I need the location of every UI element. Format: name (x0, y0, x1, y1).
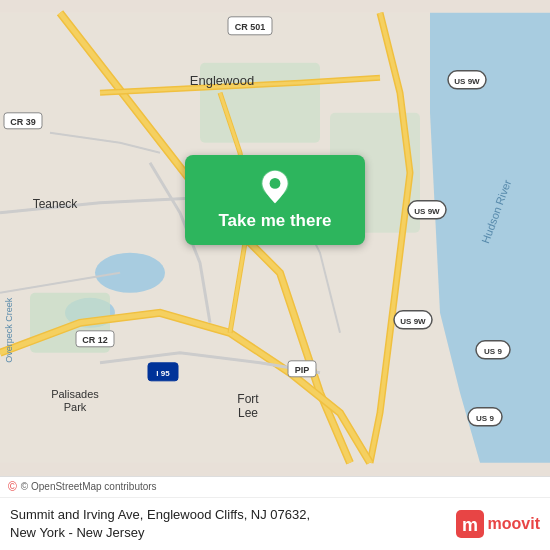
svg-point-38 (270, 178, 281, 189)
moovit-name: moovit (488, 515, 540, 533)
svg-text:Teaneck: Teaneck (33, 197, 79, 211)
moovit-logo: m moovit (456, 510, 540, 538)
take-me-there-button[interactable]: Take me there (185, 155, 365, 245)
address-line2: New York - New Jersey (10, 525, 144, 540)
osm-circle-icon: © (8, 480, 17, 494)
svg-text:Park: Park (64, 401, 87, 413)
svg-text:US 9W: US 9W (414, 207, 440, 216)
svg-text:Fort: Fort (237, 392, 259, 406)
svg-text:PIP: PIP (295, 365, 310, 375)
take-me-there-label: Take me there (218, 211, 331, 231)
svg-text:CR 39: CR 39 (10, 117, 36, 127)
svg-text:Overpeck Creek: Overpeck Creek (4, 297, 14, 363)
attribution-text: © OpenStreetMap contributors (21, 481, 157, 492)
svg-text:I 95: I 95 (156, 369, 170, 378)
svg-text:CR 501: CR 501 (235, 22, 266, 32)
svg-text:Lee: Lee (238, 406, 258, 420)
footer-bar: Summit and Irving Ave, Englewood Cliffs,… (0, 497, 550, 550)
attribution-bar: © © OpenStreetMap contributors (0, 476, 550, 497)
location-pin-icon (257, 169, 293, 205)
map-container: CR 501 CR 39 US 9W US 9W US 9W US 9 US 9… (0, 0, 550, 476)
svg-text:US 9: US 9 (476, 414, 494, 423)
svg-text:Palisades: Palisades (51, 388, 99, 400)
svg-text:US 9: US 9 (484, 347, 502, 356)
footer-address: Summit and Irving Ave, Englewood Cliffs,… (10, 506, 444, 542)
address-line1: Summit and Irving Ave, Englewood Cliffs,… (10, 507, 310, 522)
svg-text:CR 12: CR 12 (82, 335, 108, 345)
moovit-m-icon: m (456, 510, 484, 538)
svg-point-2 (95, 253, 165, 293)
app: CR 501 CR 39 US 9W US 9W US 9W US 9 US 9… (0, 0, 550, 550)
svg-text:m: m (462, 515, 478, 535)
svg-text:Englewood: Englewood (190, 73, 254, 88)
svg-text:US 9W: US 9W (400, 317, 426, 326)
svg-text:US 9W: US 9W (454, 77, 480, 86)
